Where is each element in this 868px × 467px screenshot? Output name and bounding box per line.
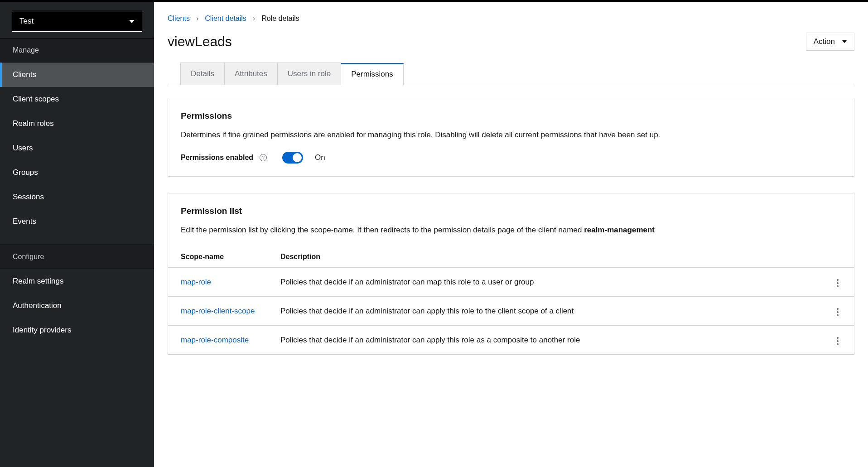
tab-permissions[interactable]: Permissions — [341, 63, 404, 85]
col-actions — [821, 246, 854, 268]
scope-desc: Policies that decide if an administrator… — [268, 326, 821, 355]
col-description: Description — [268, 246, 821, 268]
table-row: map-role-composite Policies that decide … — [168, 326, 854, 355]
permissions-card: Permissions Determines if fine grained p… — [168, 98, 854, 177]
breadcrumb-clients[interactable]: Clients — [168, 14, 190, 23]
caret-down-icon — [842, 40, 847, 43]
sidebar: Test Manage Clients Client scopes Realm … — [0, 2, 154, 467]
scope-desc: Policies that decide if an administrator… — [268, 268, 821, 297]
scope-desc: Policies that decide if an administrator… — [268, 297, 821, 326]
toggle-state: On — [315, 153, 325, 162]
kebab-menu-icon[interactable] — [834, 334, 841, 348]
realm-selector[interactable]: Test — [12, 11, 142, 32]
scope-link-map-role-composite[interactable]: map-role-composite — [181, 336, 249, 344]
action-label: Action — [814, 37, 835, 46]
sidebar-item-groups[interactable]: Groups — [0, 160, 154, 185]
help-icon[interactable]: ? — [260, 154, 267, 161]
kebab-menu-icon[interactable] — [834, 305, 841, 319]
caret-down-icon — [129, 20, 135, 23]
permissions-title: Permissions — [181, 111, 841, 121]
permissions-description: Determines if fine grained permissions a… — [181, 129, 841, 141]
tab-users-in-role[interactable]: Users in role — [277, 63, 341, 85]
tab-details[interactable]: Details — [180, 63, 225, 85]
sidebar-item-identity-providers[interactable]: Identity providers — [0, 318, 154, 342]
action-dropdown[interactable]: Action — [806, 33, 854, 51]
chevron-right-icon: › — [253, 14, 255, 23]
table-row: map-role-client-scope Policies that deci… — [168, 297, 854, 326]
sidebar-item-authentication[interactable]: Authentication — [0, 294, 154, 318]
scope-link-map-role[interactable]: map-role — [181, 278, 211, 286]
permission-list-desc-text: Edit the permission list by clicking the… — [181, 226, 584, 234]
main-content: Clients › Client details › Role details … — [154, 2, 868, 467]
sidebar-item-realm-roles[interactable]: Realm roles — [0, 111, 154, 136]
section-header-manage: Manage — [0, 38, 154, 63]
kebab-menu-icon[interactable] — [834, 276, 841, 290]
sidebar-item-clients[interactable]: Clients — [0, 63, 154, 87]
page-title: viewLeads — [168, 34, 232, 49]
sidebar-item-realm-settings[interactable]: Realm settings — [0, 269, 154, 294]
toggle-label: Permissions enabled — [181, 154, 253, 162]
permission-table: Scope-name Description map-role Policies… — [168, 246, 854, 355]
realm-name: Test — [19, 17, 34, 26]
sidebar-item-users[interactable]: Users — [0, 136, 154, 160]
col-scope-name: Scope-name — [168, 246, 268, 268]
breadcrumb-client-details[interactable]: Client details — [205, 14, 246, 23]
sidebar-item-events[interactable]: Events — [0, 209, 154, 234]
permission-list-card: Permission list Edit the permission list… — [168, 193, 854, 356]
scope-link-map-role-client-scope[interactable]: map-role-client-scope — [181, 307, 255, 315]
section-header-configure: Configure — [0, 245, 154, 269]
permission-list-description: Edit the permission list by clicking the… — [181, 224, 841, 236]
breadcrumb: Clients › Client details › Role details — [168, 14, 854, 23]
table-row: map-role Policies that decide if an admi… — [168, 268, 854, 297]
permission-list-title: Permission list — [181, 206, 841, 216]
chevron-right-icon: › — [196, 14, 198, 23]
breadcrumb-current: Role details — [261, 14, 299, 23]
permissions-toggle[interactable] — [282, 152, 303, 164]
permission-list-desc-bold: realm-management — [584, 226, 655, 234]
toggle-knob — [293, 153, 302, 162]
sidebar-item-client-scopes[interactable]: Client scopes — [0, 87, 154, 111]
tabs: Details Attributes Users in role Permiss… — [168, 63, 854, 85]
sidebar-item-sessions[interactable]: Sessions — [0, 185, 154, 209]
tab-attributes[interactable]: Attributes — [224, 63, 278, 85]
